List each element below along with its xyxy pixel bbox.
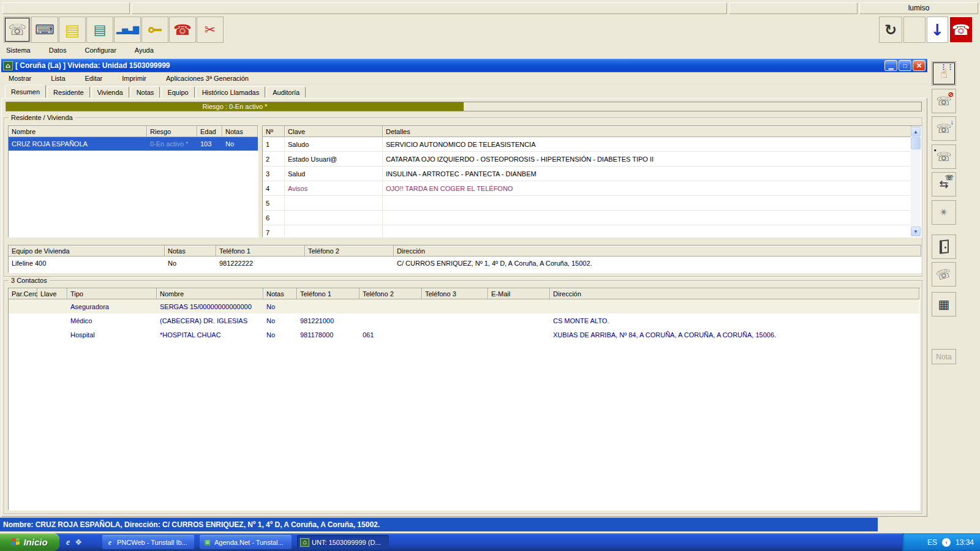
tab-historico-llamadas[interactable]: Histórico Llamadas <box>196 86 266 98</box>
detail-row[interactable]: 1 Saludo SERVICIO AUTONOMICO DE TELEASIS… <box>263 137 911 152</box>
col-detalles[interactable]: Detalles <box>383 126 911 137</box>
col-c-notas[interactable]: Notas <box>263 288 297 299</box>
tab-resumen[interactable]: Resumen <box>5 84 46 98</box>
contact-address <box>550 305 919 308</box>
detail-clave <box>285 225 383 238</box>
restore-button[interactable]: □ <box>899 60 911 71</box>
menu-editar[interactable]: Editar <box>83 73 105 83</box>
taskbar-button-pncweb[interactable]: e PNCWeb - Tunstall Ib... <box>102 535 194 549</box>
col-eq-tel2[interactable]: Teléfono 2 <box>305 246 394 257</box>
menu-ayuda[interactable]: Ayuda <box>132 45 156 55</box>
contact-row[interactable]: Aseguradora SERGAS 15/00000000000000 No <box>9 299 919 313</box>
col-c-nombre[interactable]: Nombre <box>157 288 263 299</box>
clock[interactable]: 13:34 <box>956 538 974 547</box>
key-toolbar-button[interactable] <box>141 17 168 43</box>
menu-lista[interactable]: Lista <box>48 73 67 83</box>
col-tipo[interactable]: Tipo <box>67 288 157 299</box>
contact-phone2 <box>360 320 422 322</box>
col-parcerc[interactable]: Par.Cerc <box>9 288 37 299</box>
detail-row[interactable]: 7 <box>263 225 911 238</box>
exit-door-button[interactable] <box>932 234 956 259</box>
download-toolbar-button[interactable]: ↓ <box>927 17 948 43</box>
tab-vivienda[interactable]: Vivienda <box>91 86 129 98</box>
scroll-up-icon[interactable]: ▲ <box>911 127 921 137</box>
col-riesgo[interactable]: Riesgo <box>147 126 197 137</box>
terminal-device-button[interactable]: ☏ <box>932 262 956 287</box>
status-bar: Nombre: CRUZ ROJA ESPAÑOLA, Dirección: C… <box>0 517 878 531</box>
start-button[interactable]: Inicio <box>0 533 59 551</box>
detail-row-warning[interactable]: 4 Avisos OJO!! TARDA EN COGER EL TELÉFON… <box>263 181 911 196</box>
tab-residente[interactable]: Residente <box>47 86 90 98</box>
yellow-book-toolbar-button[interactable]: ▤ <box>59 17 86 43</box>
menu-configurar[interactable]: Configurar <box>83 45 119 55</box>
tab-auditoria[interactable]: Auditoría <box>266 86 306 98</box>
detail-row[interactable]: 2 Estado Usuari@ CATARATA OJO IZQUIERDO … <box>263 152 911 167</box>
blank-toolbar-button[interactable] <box>903 17 925 43</box>
quick-launch-ie-icon[interactable]: e <box>66 538 70 547</box>
menu-sistema[interactable]: Sistema <box>4 45 33 55</box>
col-c-direccion[interactable]: Dirección <box>550 288 919 299</box>
language-indicator[interactable]: ES <box>927 538 937 547</box>
minimize-button[interactable]: ▁ <box>884 60 897 71</box>
old-phone-toolbar-button[interactable]: ☎ <box>169 17 196 43</box>
col-c-tel3[interactable]: Teléfono 3 <box>422 288 488 299</box>
scroll-thumb[interactable] <box>911 137 921 149</box>
contact-row[interactable]: Médico (CABECERA) DR. IGLESIAS No 981221… <box>9 313 919 328</box>
detail-row[interactable]: 3 Salud INSULINA - ARTROTEC - PANTECTA -… <box>263 167 911 181</box>
risk-banner-track: Riesgo : 0-En activo * <box>6 102 922 111</box>
col-edad[interactable]: Edad <box>197 126 222 137</box>
col-numero[interactable]: Nº <box>263 126 285 137</box>
close-button[interactable]: ✕ <box>913 60 925 71</box>
nota-button[interactable]: Nota <box>932 349 956 364</box>
menu-datos[interactable]: Datos <box>47 45 69 55</box>
col-llave[interactable]: Llave <box>37 288 67 299</box>
hangup-phone-button[interactable]: ☏ ⊘ <box>932 89 956 113</box>
contact-phone1 <box>297 305 360 308</box>
col-notas[interactable]: Notas <box>222 126 258 137</box>
menu-mostrar[interactable]: Mostrar <box>6 73 34 83</box>
swiss-knife-toolbar-button[interactable]: ✂ <box>197 17 224 43</box>
taskbar-button-agenda[interactable]: ▣ Agenda.Net - Tunstal... <box>200 535 292 549</box>
stop-call-button[interactable]: ☏ ▪ <box>932 144 956 169</box>
calculator-button[interactable]: ▦ <box>932 292 956 317</box>
scroll-down-icon[interactable]: ▼ <box>911 227 921 236</box>
col-c-tel2[interactable]: Teléfono 2 <box>360 288 422 299</box>
col-eq-tel1[interactable]: Teléfono 1 <box>216 246 305 257</box>
details-scrollbar[interactable]: ▲ ▼ <box>911 127 921 236</box>
col-equipo[interactable]: Equipo de Vivienda <box>9 246 165 257</box>
col-clave[interactable]: Clave <box>285 126 383 137</box>
col-eq-direccion[interactable]: Dirección <box>394 246 921 257</box>
taskbar-button-unt-active[interactable]: ⌂ UNT: 1503099999 (D... <box>297 535 389 549</box>
col-c-tel1[interactable]: Teléfono 1 <box>297 288 360 299</box>
risk-banner: Riesgo : 0-En activo * <box>6 102 464 111</box>
answering-machine-toolbar-button[interactable]: ☏ <box>4 17 31 43</box>
contact-row[interactable]: Hospital *HOSPITAL CHUAC No 981178000 06… <box>9 328 919 342</box>
col-c-email[interactable]: E-Mail <box>488 288 550 299</box>
incoming-call-button[interactable]: ☏ ↓ <box>932 116 956 141</box>
volume-icon[interactable]: ‹ <box>942 538 951 547</box>
resident-row-selected[interactable]: CRUZ ROJA ESPAÑOLA 0-En activo * 103 No <box>9 137 258 151</box>
menu-imprimir[interactable]: Imprimir <box>119 73 149 83</box>
magic-wand-button[interactable]: ✴ <box>932 200 956 225</box>
tab-equipo[interactable]: Equipo <box>161 86 194 98</box>
hangup-red-phone-button[interactable]: ☎ <box>949 17 973 43</box>
detail-n: 6 <box>263 211 285 225</box>
refresh-toolbar-button[interactable]: ↻ <box>879 17 902 43</box>
quick-launch-app-icon[interactable]: ❖ <box>75 538 82 546</box>
chart-toolbar-button[interactable]: ▂▅▃▇ <box>114 17 141 43</box>
detail-row[interactable]: 6 <box>263 211 911 225</box>
equipment-row[interactable]: Lifeline 400 No 981222222 C/ CURROS ENRI… <box>9 257 921 270</box>
col-nombre[interactable]: Nombre <box>9 126 147 137</box>
transfer-call-button[interactable]: ⇆ ☏ <box>932 172 956 197</box>
teal-book-toolbar-button[interactable]: ▤ <box>86 17 113 43</box>
detail-row[interactable]: 5 <box>263 196 911 211</box>
window-titlebar[interactable]: ⌂ [ Coruña (La) ] Vivienda: Unidad 15030… <box>1 59 927 72</box>
desktop: { "chrome": { "panel_label": "lumiso", "… <box>0 0 980 551</box>
card-index-toolbar-button[interactable]: ⌨ <box>31 17 58 43</box>
detail-detalles <box>383 231 911 234</box>
col-eq-notas[interactable]: Notas <box>165 246 216 257</box>
tab-notas[interactable]: Notas <box>130 86 160 98</box>
dial-keypad-button[interactable]: ☝ ⋮⋮ <box>932 61 956 86</box>
menu-aplicaciones[interactable]: Aplicaciones 3ª Generación <box>164 73 251 83</box>
contact-address: CS MONTE ALTO. <box>550 316 919 326</box>
